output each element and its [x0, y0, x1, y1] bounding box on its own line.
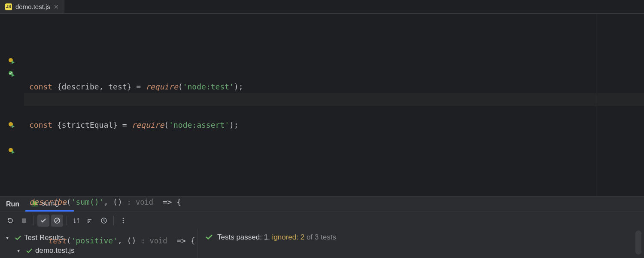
run-passed-test-icon[interactable]: [8, 70, 16, 78]
test-summary: Tests passed: 1, ignored: 2 of 3 tests: [197, 229, 644, 258]
output-scrollbar[interactable]: [635, 230, 641, 255]
rerun-button[interactable]: [4, 215, 16, 227]
close-icon[interactable]: ✕: [54, 3, 59, 10]
svg-marker-1: [12, 61, 15, 64]
run-test-icon[interactable]: [8, 147, 16, 155]
run-test-icon[interactable]: [8, 121, 16, 129]
editor-tab-demo-test[interactable]: JS demo.test.js ✕: [0, 0, 64, 13]
test-summary-text: Tests passed: 1, ignored: 2 of 3 tests: [217, 233, 336, 242]
svg-marker-3: [12, 74, 15, 77]
run-label[interactable]: Run: [0, 197, 25, 212]
editor-tab-filename: demo.test.js: [15, 3, 50, 10]
right-margin-guide: [596, 14, 596, 196]
code-editor[interactable]: const {describe, test} = require('node:t…: [0, 14, 644, 196]
js-file-icon: JS: [5, 3, 12, 10]
test-passed-icon: [15, 234, 21, 241]
stop-button[interactable]: [18, 215, 30, 227]
svg-marker-5: [12, 125, 15, 128]
editor-gutter: [0, 14, 24, 196]
test-passed-icon: [205, 233, 213, 241]
chevron-down-icon[interactable]: ▾: [17, 248, 23, 254]
editor-tab-bar: JS demo.test.js ✕: [0, 0, 644, 14]
code-area[interactable]: const {describe, test} = require('node:t…: [24, 14, 644, 196]
run-test-icon[interactable]: [8, 57, 16, 65]
current-line-highlight: [24, 93, 644, 106]
svg-rect-10: [22, 218, 26, 223]
svg-marker-7: [12, 150, 15, 154]
chevron-down-icon[interactable]: ▾: [6, 235, 12, 241]
